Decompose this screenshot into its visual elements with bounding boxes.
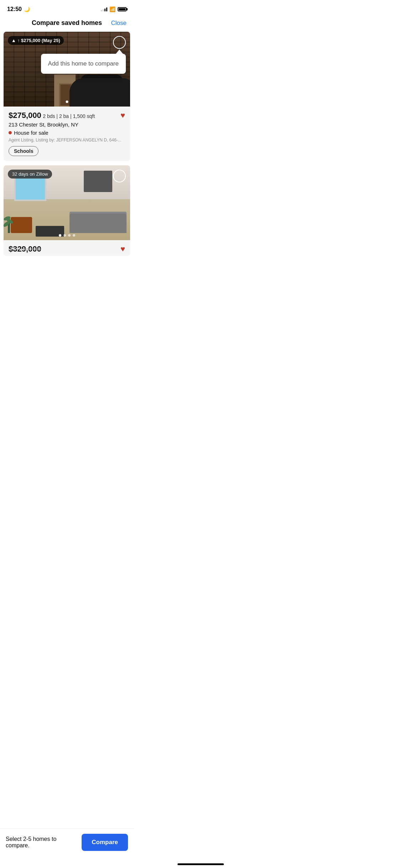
battery-icon bbox=[118, 7, 127, 11]
close-button[interactable]: Close bbox=[111, 20, 127, 27]
status-bar: 12:50 🌙 📶 bbox=[0, 0, 134, 16]
heart-icon-2[interactable]: ♥ bbox=[120, 244, 125, 254]
circle-inner-2 bbox=[116, 172, 123, 180]
listing-card-1: ▲ ↑ $275,000 (May 25) Add this home to c… bbox=[4, 32, 130, 161]
schools-button[interactable]: Schools bbox=[9, 146, 38, 156]
dot-1 bbox=[66, 100, 68, 103]
price-arrow-icon: ▲ bbox=[11, 38, 16, 43]
listing-info-2-partial: $329,000 ♥ bbox=[4, 240, 130, 256]
compare-circle-button-1[interactable] bbox=[113, 36, 126, 49]
plant bbox=[4, 212, 14, 233]
dot-2-3 bbox=[68, 234, 71, 237]
listing-agent: Agent Listing, Listing by: JEFFERSON ANG… bbox=[9, 138, 125, 143]
sofa bbox=[70, 213, 127, 233]
listing-specs: 2 bds | 2 ba | 1,500 sqft bbox=[43, 113, 95, 119]
price-row: $275,000 2 bds | 2 ba | 1,500 sqft ♥ bbox=[9, 111, 125, 120]
dot-2-2 bbox=[63, 234, 66, 237]
heart-icon[interactable]: ♥ bbox=[120, 111, 125, 120]
tooltip-text: Add this home to compare bbox=[48, 60, 119, 67]
wifi-icon: 📶 bbox=[109, 6, 115, 12]
tooltip-container: Add this home to compare bbox=[41, 50, 126, 74]
status-icons: 📶 bbox=[101, 6, 127, 12]
price-specs-group: $275,000 2 bds | 2 ba | 1,500 sqft bbox=[9, 111, 95, 120]
listing-card-2: 32 days on Zillow $329,000 ♥ bbox=[4, 165, 130, 256]
circle-inner bbox=[116, 39, 123, 46]
image-dots bbox=[66, 100, 68, 103]
listing-address: 213 Chester St, Brooklyn, NY bbox=[9, 122, 125, 128]
days-tag: 32 days on Zillow bbox=[8, 170, 52, 179]
status-time: 12:50 bbox=[7, 6, 22, 12]
page-title: Compare saved homes bbox=[32, 19, 102, 27]
listing-image-1[interactable]: ▲ ↑ $275,000 (May 25) Add this home to c… bbox=[4, 32, 130, 107]
listings-scroll-area: ▲ ↑ $275,000 (May 25) Add this home to c… bbox=[0, 32, 134, 258]
listing-type-row: House for sale bbox=[9, 130, 125, 136]
tooltip-box: Add this home to compare bbox=[41, 54, 126, 74]
moon-icon: 🌙 bbox=[24, 6, 30, 12]
dot-2-4 bbox=[73, 234, 75, 237]
listing-image-2[interactable]: 32 days on Zillow bbox=[4, 165, 130, 240]
signal-icon bbox=[101, 7, 107, 11]
tooltip-arrow bbox=[116, 50, 123, 54]
dot-2-1 bbox=[59, 234, 61, 237]
listing-info-1: $275,000 2 bds | 2 ba | 1,500 sqft ♥ 213… bbox=[4, 107, 130, 161]
compare-circle-button-2[interactable] bbox=[113, 170, 126, 182]
image-dots-2 bbox=[59, 234, 75, 237]
listing-type: House for sale bbox=[14, 130, 48, 136]
listing-price: $275,000 bbox=[9, 111, 41, 120]
listing-price-2: $329,000 bbox=[9, 244, 41, 254]
header: Compare saved homes Close bbox=[0, 16, 134, 32]
price-change-tag: ▲ ↑ $275,000 (May 25) bbox=[8, 36, 64, 45]
price-tag-text: ↑ $275,000 (May 25) bbox=[17, 38, 60, 43]
artwork bbox=[84, 171, 112, 192]
status-dot bbox=[9, 131, 12, 134]
